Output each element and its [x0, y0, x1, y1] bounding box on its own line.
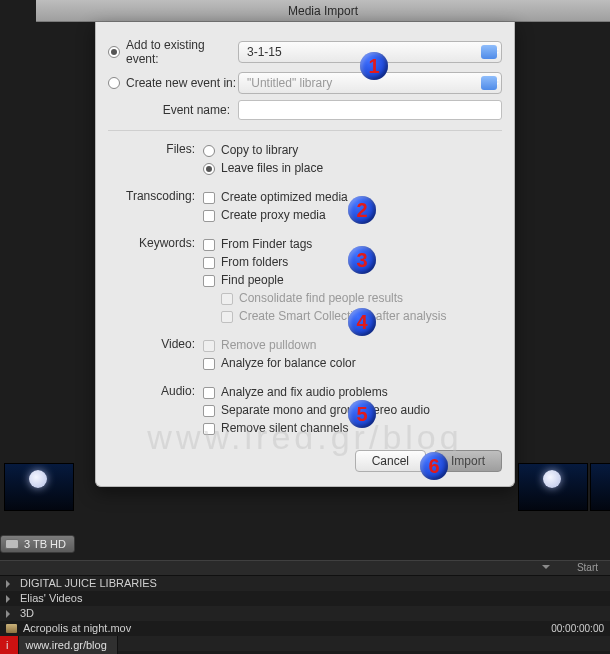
cb-smart-collections — [221, 311, 233, 323]
radio-create-new[interactable] — [108, 77, 120, 89]
list-item[interactable]: Elias' Videos — [0, 591, 610, 606]
cb-optimized[interactable] — [203, 192, 215, 204]
disclosure-triangle-icon — [6, 610, 14, 618]
cb-audio-silent[interactable] — [203, 423, 215, 435]
select-library-value: "Untitled" library — [247, 76, 332, 90]
column-start[interactable]: Start — [577, 562, 598, 573]
opt-audio-silent: Remove silent channels — [221, 420, 348, 437]
list-item[interactable]: DIGITAL JUICE LIBRARIES — [0, 576, 610, 591]
opt-optimized: Create optimized media — [221, 189, 348, 206]
label-audio: Audio: — [108, 383, 203, 438]
opt-balance-color: Analyze for balance color — [221, 355, 356, 372]
list-item-name: 3D — [20, 606, 34, 621]
list-item-name: Elias' Videos — [20, 591, 82, 606]
annotation-badge-3: 3 — [348, 246, 376, 274]
list-header: Start — [0, 560, 610, 576]
cb-consolidate — [221, 293, 233, 305]
radio-add-existing[interactable] — [108, 46, 120, 58]
breadcrumb: i www.ired.gr/blog — [0, 636, 118, 654]
moon-icon — [543, 470, 561, 488]
disclosure-triangle-icon — [6, 580, 14, 588]
input-event-name[interactable] — [238, 100, 502, 120]
cb-proxy[interactable] — [203, 210, 215, 222]
cb-finder-tags[interactable] — [203, 239, 215, 251]
breadcrumb-item[interactable]: i — [0, 636, 19, 654]
annotation-badge-4: 4 — [348, 308, 376, 336]
label-files: Files: — [108, 141, 203, 178]
select-existing-event-value: 3-1-15 — [247, 45, 282, 59]
cb-find-people[interactable] — [203, 275, 215, 287]
disclosure-triangle-icon — [6, 595, 14, 603]
window-titlebar: Media Import — [36, 0, 610, 22]
cb-remove-pulldown — [203, 340, 215, 352]
clip-thumbnail[interactable] — [590, 463, 610, 511]
opt-from-folders: From folders — [221, 254, 288, 271]
clip-thumbnail[interactable] — [4, 463, 74, 511]
opt-audio-separate: Separate mono and group stereo audio — [221, 402, 430, 419]
opt-audio-fix: Analyze and fix audio problems — [221, 384, 388, 401]
annotation-badge-1: 1 — [360, 52, 388, 80]
window-title: Media Import — [288, 4, 358, 18]
drive-tag[interactable]: 3 TB HD — [0, 535, 75, 553]
separator — [108, 130, 502, 131]
hdd-icon — [5, 539, 19, 549]
opt-proxy: Create proxy media — [221, 207, 326, 224]
list-item[interactable]: 3D — [0, 606, 610, 621]
list-item-time: 00:00:00:00 — [551, 621, 604, 636]
thumbnail-strip — [0, 458, 610, 516]
annotation-badge-2: 2 — [348, 196, 376, 224]
cb-audio-fix[interactable] — [203, 387, 215, 399]
opt-consolidate: Consolidate find people results — [239, 290, 403, 307]
import-sheet: Add to existing event: 3-1-15 Create new… — [95, 22, 515, 487]
breadcrumb-item[interactable]: www.ired.gr/blog — [19, 636, 117, 654]
label-create-new: Create new event in: — [126, 76, 238, 90]
label-video: Video: — [108, 336, 203, 373]
sort-triangle-icon[interactable] — [542, 565, 550, 573]
cb-from-folders[interactable] — [203, 257, 215, 269]
cb-audio-separate[interactable] — [203, 405, 215, 417]
radio-leave-in-place[interactable] — [203, 163, 215, 175]
clip-thumbnail[interactable] — [518, 463, 588, 511]
label-transcoding: Transcoding: — [108, 188, 203, 225]
radio-copy-library[interactable] — [203, 145, 215, 157]
label-add-existing: Add to existing event: — [126, 38, 238, 66]
opt-find-people: Find people — [221, 272, 284, 289]
label-event-name: Event name: — [108, 103, 238, 117]
opt-finder-tags: From Finder tags — [221, 236, 312, 253]
list-item-name: DIGITAL JUICE LIBRARIES — [20, 576, 157, 591]
list-item-name: Acropolis at night.mov — [23, 621, 131, 636]
opt-smart-collections: Create Smart Collections after analysis — [239, 308, 446, 325]
cb-balance-color[interactable] — [203, 358, 215, 370]
opt-remove-pulldown: Remove pulldown — [221, 337, 316, 354]
drive-label: 3 TB HD — [24, 538, 66, 550]
opt-copy-library: Copy to library — [221, 142, 298, 159]
clip-icon — [6, 624, 17, 633]
moon-icon — [29, 470, 47, 488]
label-keywords: Keywords: — [108, 235, 203, 326]
opt-leave-in-place: Leave files in place — [221, 160, 323, 177]
list-item[interactable]: Acropolis at night.mov00:00:00:00 — [0, 621, 610, 636]
annotation-badge-5: 5 — [348, 400, 376, 428]
